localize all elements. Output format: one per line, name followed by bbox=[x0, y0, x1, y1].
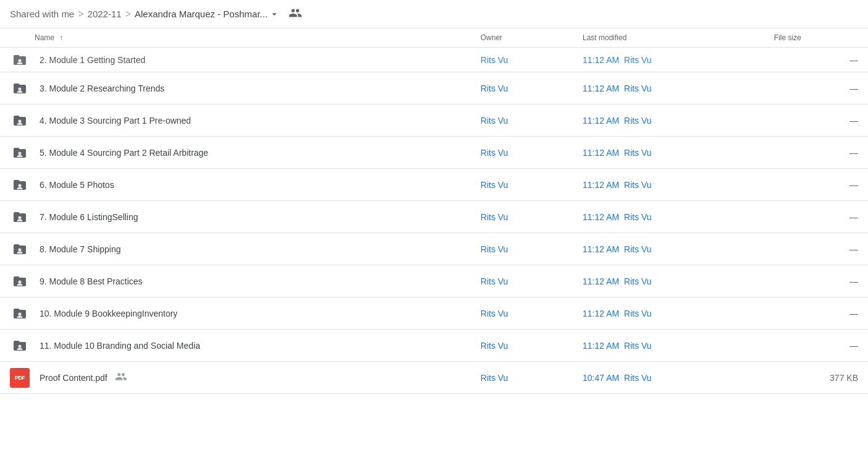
modified-time: 11:12 AM bbox=[583, 148, 619, 158]
size-cell: — bbox=[764, 169, 868, 201]
file-table: Name ↑ Owner Last modified File size 2. … bbox=[0, 28, 868, 394]
breadcrumb-sep-1: > bbox=[78, 9, 83, 20]
size-cell: — bbox=[764, 265, 868, 297]
modified-cell: 10:47 AM Rits Vu bbox=[573, 362, 764, 394]
size-cell: — bbox=[764, 137, 868, 169]
modified-owner: Rits Vu bbox=[622, 341, 652, 351]
owner-cell: Rits Vu bbox=[471, 297, 573, 330]
svg-point-9 bbox=[19, 344, 22, 348]
file-name: 5. Module 4 Sourcing Part 2 Retail Arbit… bbox=[40, 148, 208, 158]
modified-time: 10:47 AM bbox=[583, 373, 619, 383]
modified-cell: 11:12 AM Rits Vu bbox=[573, 72, 764, 105]
people-icon[interactable] bbox=[289, 6, 302, 22]
breadcrumb-folder-dropdown[interactable]: Alexandra Marquez - Poshmar... bbox=[135, 9, 280, 20]
owner-cell: Rits Vu bbox=[471, 362, 573, 394]
modified-time: 11:12 AM bbox=[583, 116, 619, 126]
size-cell: — bbox=[764, 105, 868, 137]
last-modified-column-header[interactable]: Last modified bbox=[573, 28, 764, 48]
table-row[interactable]: 3. Module 2 Researching Trends Rits Vu11… bbox=[0, 72, 868, 105]
modified-cell: 11:12 AM Rits Vu bbox=[573, 265, 764, 297]
name-cell-2: 3. Module 2 Researching Trends bbox=[0, 72, 471, 105]
modified-cell: 11:12 AM Rits Vu bbox=[573, 105, 764, 137]
svg-point-0 bbox=[19, 59, 22, 62]
svg-point-6 bbox=[19, 248, 22, 251]
shared-folder-icon bbox=[10, 336, 30, 356]
shared-folder-icon bbox=[10, 143, 30, 163]
shared-folder-icon bbox=[10, 79, 30, 98]
size-cell: — bbox=[764, 297, 868, 330]
modified-time: 11:12 AM bbox=[583, 341, 619, 351]
sort-arrow-up-icon: ↑ bbox=[59, 33, 63, 42]
shared-folder-icon bbox=[10, 239, 30, 259]
modified-owner: Rits Vu bbox=[622, 116, 652, 126]
pdf-icon: PDF bbox=[10, 368, 30, 388]
table-row[interactable]: 9. Module 8 Best Practices Rits Vu11:12 … bbox=[0, 265, 868, 297]
chevron-down-icon bbox=[269, 9, 280, 20]
table-row[interactable]: 8. Module 7 Shipping Rits Vu11:12 AM Rit… bbox=[0, 233, 868, 265]
table-row[interactable]: 5. Module 4 Sourcing Part 2 Retail Arbit… bbox=[0, 137, 868, 169]
size-cell: — bbox=[764, 48, 868, 72]
modified-owner: Rits Vu bbox=[622, 373, 652, 383]
owner-column-header[interactable]: Owner bbox=[471, 28, 573, 48]
name-cell-3: 4. Module 3 Sourcing Part 1 Pre-owned bbox=[0, 105, 471, 137]
modified-owner: Rits Vu bbox=[622, 180, 652, 190]
owner-cell: Rits Vu bbox=[471, 330, 573, 362]
svg-point-5 bbox=[19, 216, 22, 219]
modified-time: 11:12 AM bbox=[583, 244, 619, 254]
name-cell-11: PDF Proof Content.pdf bbox=[0, 362, 471, 394]
svg-point-4 bbox=[19, 184, 22, 187]
modified-cell: 11:12 AM Rits Vu bbox=[573, 330, 764, 362]
size-cell: — bbox=[764, 72, 868, 105]
table-row[interactable]: PDF Proof Content.pdf Rits Vu10:47 AM Ri… bbox=[0, 362, 868, 394]
name-column-header[interactable]: Name ↑ bbox=[0, 28, 471, 48]
shared-folder-icon bbox=[10, 304, 30, 323]
svg-point-3 bbox=[19, 152, 22, 155]
shared-folder-icon bbox=[10, 111, 30, 130]
table-row[interactable]: 6. Module 5 Photos Rits Vu11:12 AM Rits … bbox=[0, 169, 868, 201]
table-row[interactable]: 11. Module 10 Branding and Social Media … bbox=[0, 330, 868, 362]
table-header-row: Name ↑ Owner Last modified File size bbox=[0, 28, 868, 48]
table-row[interactable]: 2. Module 1 Getting Started Rits Vu11:12… bbox=[0, 48, 868, 72]
modified-cell: 11:12 AM Rits Vu bbox=[573, 169, 764, 201]
breadcrumb-folder-name: Alexandra Marquez - Poshmar... bbox=[135, 9, 268, 19]
owner-cell: Rits Vu bbox=[471, 72, 573, 105]
breadcrumb-year-month[interactable]: 2022-11 bbox=[88, 9, 122, 19]
table-row[interactable]: 7. Module 6 ListingSelling Rits Vu11:12 … bbox=[0, 201, 868, 233]
breadcrumb: Shared with me > 2022-11 > Alexandra Mar… bbox=[0, 0, 868, 28]
modified-time: 11:12 AM bbox=[583, 83, 619, 93]
svg-point-2 bbox=[19, 119, 22, 122]
modified-time: 11:12 AM bbox=[583, 276, 619, 286]
modified-cell: 11:12 AM Rits Vu bbox=[573, 48, 764, 72]
size-cell: — bbox=[764, 233, 868, 265]
name-cell-5: 6. Module 5 Photos bbox=[0, 169, 471, 201]
modified-time: 11:12 AM bbox=[583, 55, 619, 65]
file-name: Proof Content.pdf bbox=[40, 373, 107, 383]
owner-cell: Rits Vu bbox=[471, 169, 573, 201]
breadcrumb-shared-with-me[interactable]: Shared with me bbox=[10, 9, 74, 19]
file-name: 6. Module 5 Photos bbox=[40, 180, 114, 190]
modified-cell: 11:12 AM Rits Vu bbox=[573, 137, 764, 169]
modified-owner: Rits Vu bbox=[622, 212, 652, 222]
owner-cell: Rits Vu bbox=[471, 201, 573, 233]
modified-owner: Rits Vu bbox=[622, 148, 652, 158]
shared-folder-icon bbox=[10, 175, 30, 195]
table-row[interactable]: 10. Module 9 BookkeepingInventory Rits V… bbox=[0, 297, 868, 330]
file-size-column-header[interactable]: File size bbox=[764, 28, 868, 48]
owner-cell: Rits Vu bbox=[471, 233, 573, 265]
file-name: 10. Module 9 BookkeepingInventory bbox=[40, 309, 177, 318]
file-name: 2. Module 1 Getting Started bbox=[40, 55, 145, 65]
file-name: 3. Module 2 Researching Trends bbox=[40, 83, 164, 93]
owner-cell: Rits Vu bbox=[471, 48, 573, 72]
table-row[interactable]: 4. Module 3 Sourcing Part 1 Pre-owned Ri… bbox=[0, 105, 868, 137]
size-cell: — bbox=[764, 330, 868, 362]
owner-cell: Rits Vu bbox=[471, 105, 573, 137]
modified-owner: Rits Vu bbox=[622, 276, 652, 286]
name-cell-8: 9. Module 8 Best Practices bbox=[0, 265, 471, 297]
shared-folder-icon bbox=[10, 207, 30, 227]
file-name: 11. Module 10 Branding and Social Media bbox=[40, 341, 200, 351]
size-cell: 377 KB bbox=[764, 362, 868, 394]
svg-point-8 bbox=[19, 312, 22, 315]
name-cell-6: 7. Module 6 ListingSelling bbox=[0, 201, 471, 233]
name-cell-4: 5. Module 4 Sourcing Part 2 Retail Arbit… bbox=[0, 137, 471, 169]
modified-time: 11:12 AM bbox=[583, 212, 619, 222]
